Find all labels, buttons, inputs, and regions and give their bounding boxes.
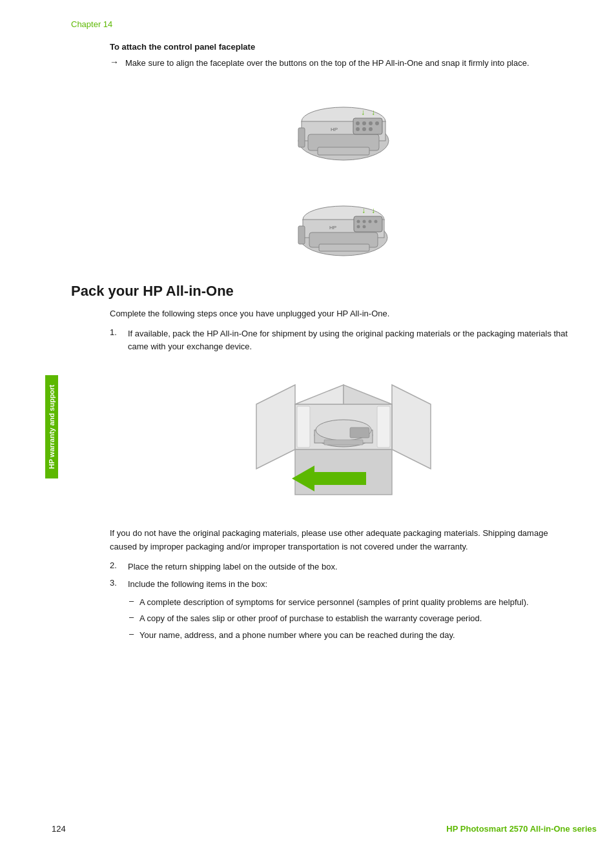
arrow-icon: → xyxy=(110,57,119,67)
chapter-label: Chapter 14 xyxy=(71,19,577,29)
step-1-num: 1. xyxy=(110,327,128,337)
bullet-dash-1: – xyxy=(129,596,139,606)
svg-rect-32 xyxy=(298,226,305,244)
footer-brand: HP Photosmart 2570 All-in-One series xyxy=(446,824,597,834)
step-3-num: 3. xyxy=(110,578,128,588)
pack-section-intro: Complete the following steps once you ha… xyxy=(110,307,577,320)
svg-point-10 xyxy=(356,127,360,131)
svg-rect-40 xyxy=(377,406,390,447)
svg-marker-33 xyxy=(256,385,295,469)
step-2: 2. Place the return shipping label on th… xyxy=(110,560,577,573)
svg-point-25 xyxy=(369,220,372,223)
svg-rect-39 xyxy=(297,406,310,447)
svg-rect-45 xyxy=(350,427,369,438)
svg-point-23 xyxy=(357,220,360,223)
svg-rect-5 xyxy=(353,118,382,134)
bullet-item-3: – Your name, address, and a phone number… xyxy=(129,629,577,642)
svg-text:HP: HP xyxy=(329,225,336,231)
svg-text:↓: ↓ xyxy=(371,206,375,215)
svg-point-6 xyxy=(356,121,360,125)
bullet-list: – A complete description of symptoms for… xyxy=(129,596,577,642)
svg-point-12 xyxy=(369,127,373,131)
svg-rect-44 xyxy=(324,440,363,445)
packaging-note: If you do not have the original packagin… xyxy=(110,527,577,554)
svg-text:HP: HP xyxy=(331,127,338,132)
svg-text:↓: ↓ xyxy=(371,108,375,117)
svg-text:↓: ↓ xyxy=(362,206,365,215)
bullet-dash-2: – xyxy=(129,612,139,622)
step-1-text: If available, pack the HP All-in-One for… xyxy=(128,327,577,353)
bullet-text-1: A complete description of symptoms for s… xyxy=(139,596,529,609)
printer-illustration-2: ↓ ↓ HP xyxy=(110,180,577,263)
svg-rect-22 xyxy=(354,216,382,232)
step-2-text: Place the return shipping label on the o… xyxy=(128,560,338,573)
box-illustration xyxy=(110,365,577,514)
attach-heading: To attach the control panel faceplate xyxy=(110,42,577,52)
numbered-list: 1. If available, pack the HP All-in-One … xyxy=(110,327,577,353)
side-tab: HP warranty and support xyxy=(45,375,58,478)
bullet-item-1: – A complete description of symptoms for… xyxy=(129,596,577,609)
numbered-list-2: 2. Place the return shipping label on th… xyxy=(110,560,577,591)
step-1: 1. If available, pack the HP All-in-One … xyxy=(110,327,577,353)
attach-instruction-text: Make sure to align the faceplate over th… xyxy=(125,57,529,70)
svg-text:↓: ↓ xyxy=(361,108,365,117)
step-2-num: 2. xyxy=(110,560,128,570)
box-svg xyxy=(237,365,450,514)
pack-section-title: Pack your HP All-in-One xyxy=(71,283,577,300)
bullet-item-2: – A copy of the sales slip or other proo… xyxy=(129,612,577,625)
svg-marker-34 xyxy=(392,385,431,469)
arrow-instruction: → Make sure to align the faceplate over … xyxy=(110,57,577,70)
svg-point-27 xyxy=(357,225,360,228)
svg-rect-16 xyxy=(298,128,305,147)
bullet-text-2: A copy of the sales slip or other proof … xyxy=(139,612,482,625)
step-3-text: Include the following items in the box: xyxy=(128,578,267,591)
step-3: 3. Include the following items in the bo… xyxy=(110,578,577,591)
svg-point-9 xyxy=(375,121,379,125)
page-number: 124 xyxy=(52,824,66,834)
printer-illustration-1: ↓ ↓ HP xyxy=(110,83,577,167)
svg-point-26 xyxy=(375,220,378,223)
svg-rect-21 xyxy=(319,244,369,251)
svg-point-8 xyxy=(369,121,373,125)
svg-point-24 xyxy=(363,220,366,223)
svg-point-11 xyxy=(362,127,366,131)
bullet-text-3: Your name, address, and a phone number w… xyxy=(139,629,455,642)
printer-side-svg: ↓ ↓ HP xyxy=(279,180,408,263)
svg-point-7 xyxy=(362,121,366,125)
svg-marker-46 xyxy=(295,385,344,404)
svg-point-28 xyxy=(363,225,366,228)
svg-marker-47 xyxy=(344,385,392,404)
svg-rect-4 xyxy=(318,147,369,155)
footer: 124 HP Photosmart 2570 All-in-One series xyxy=(19,824,597,834)
printer-top-svg: ↓ ↓ HP xyxy=(279,83,408,167)
bullet-dash-3: – xyxy=(129,629,139,639)
